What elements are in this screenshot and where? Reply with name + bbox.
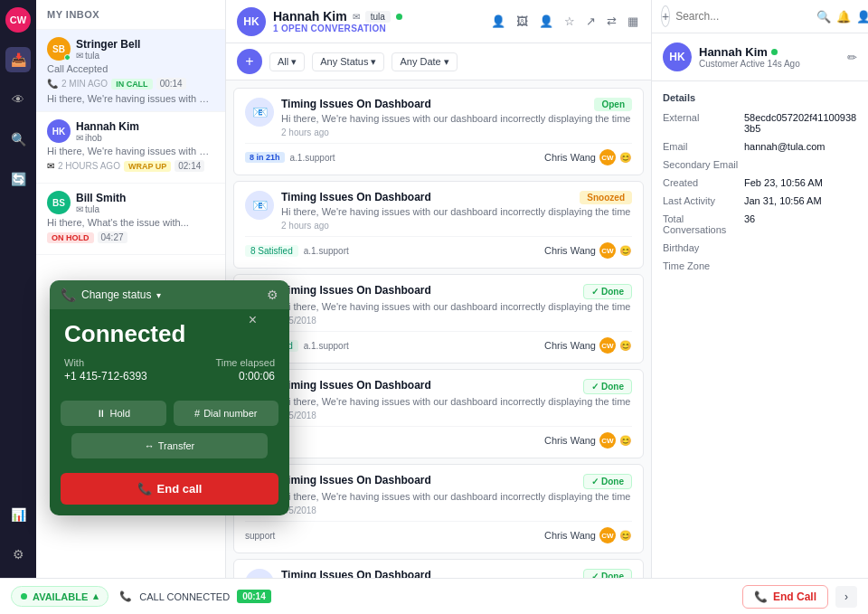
sidebar-item-inbox[interactable]: 📥 <box>5 47 31 72</box>
bottom-bar: AVAILABLE ▴ 📞 CALL CONNECTED 00:14 📞 End… <box>0 578 868 614</box>
conv-title-1: Timing Issues On Dashboard <box>281 98 431 110</box>
detail-row-email: Email hannah@tula.com <box>663 141 857 152</box>
phone-with-label: With <box>64 357 147 368</box>
status-filter[interactable]: Any Status ▾ <box>312 52 384 71</box>
sidebar: CW 📥 👁 🔍 🔄 📊 ⚙ 🌐 <box>0 0 36 614</box>
search-bar: + 🔍 🔔 👤 <box>652 0 868 33</box>
date-filter[interactable]: Any Date ▾ <box>392 52 457 71</box>
detail-row-external: External 58ecdc057202f411009383b5 <box>663 112 857 134</box>
sidebar-item-search[interactable]: 🔍 <box>5 127 31 152</box>
hold-button[interactable]: ⏸ Hold <box>61 401 166 426</box>
phone-icon: 📞 <box>61 288 76 302</box>
inbox-tag-hannah: ✉ ihob <box>76 133 139 143</box>
sidebar-logo[interactable]: CW <box>5 7 31 33</box>
conversation-item-1[interactable]: 📧 Timing Issues On Dashboard Open Hi the… <box>233 88 644 175</box>
available-dot <box>21 593 27 600</box>
phone-info: With +1 415-712-6393 Time elapsed 0:00:0… <box>50 354 289 393</box>
conv-status-2: Snoozed <box>580 191 632 204</box>
in-n-badge-1: 8 in 21h <box>245 152 285 163</box>
star-icon[interactable]: ☆ <box>562 13 577 30</box>
image-icon[interactable]: 🖼 <box>514 13 530 30</box>
forward-icon[interactable]: ↗ <box>584 13 598 30</box>
conv-assignee-3: Chris Wang CW 😊 <box>544 337 632 354</box>
inbox-item-hannah[interactable]: HK Hannah Kim ✉ ihob Hi there, We're hav… <box>36 112 225 184</box>
user-icon[interactable]: 👤 <box>537 13 555 30</box>
call-connected-info: 📞 CALL CONNECTED 00:14 <box>119 590 270 603</box>
add-conversation-button[interactable]: + <box>237 49 262 74</box>
conv-preview-2: Hi there, We're having issues with our d… <box>281 206 632 217</box>
plus-button[interactable]: + <box>661 5 670 27</box>
call-status-stringer: Call Accepted <box>47 63 214 74</box>
conv-time-1: 2 hours ago <box>281 128 329 137</box>
detail-row-secondary-email: Secondary Email <box>663 159 857 170</box>
hold-icon: ⏸ <box>96 408 106 419</box>
conv-preview-1: Hi there, We're having issues with our d… <box>281 113 632 124</box>
right-header-info: Hannah Kim Customer Active 14s Ago <box>699 45 847 69</box>
chevron-up-icon: ▴ <box>93 590 99 602</box>
conversation-header: HK Hannah Kim ✉ tula 1 OPEN CONVERSATION… <box>226 0 651 43</box>
sidebar-item-settings[interactable]: ⚙ <box>5 542 31 567</box>
conv-status-5: ✓ Done <box>583 474 632 489</box>
on-hold-badge: ON HOLD <box>47 232 94 243</box>
phone-popup-header: 📞 Change status ▾ ⚙ <box>50 280 289 309</box>
avatar-icon[interactable]: 👤 <box>489 13 507 30</box>
transfer-icon: ↔ <box>145 440 155 451</box>
inbox-item-bill[interactable]: BS Bill Smith ✉ tula Hi there, What's th… <box>36 184 225 255</box>
created-value: Feb 23, 10:56 AM <box>744 177 823 188</box>
right-contact-name: Hannah Kim <box>699 45 847 59</box>
end-call-bottom-button[interactable]: 📞 End Call <box>742 585 828 609</box>
layout-icon[interactable]: ▦ <box>626 13 640 30</box>
end-call-button[interactable]: 📞 End call <box>61 473 278 505</box>
transfer-button[interactable]: ↔ Transfer <box>71 433 268 458</box>
dial-number-button[interactable]: # Dial number <box>174 401 279 426</box>
conv-assignee-5: Chris Wang CW 😊 <box>544 527 632 543</box>
expand-button[interactable]: › <box>835 586 857 608</box>
end-call-bottom-icon: 📞 <box>754 590 768 603</box>
contact-name-stringer: Stringer Bell <box>76 38 140 51</box>
available-button[interactable]: AVAILABLE ▴ <box>11 586 108 607</box>
all-filter[interactable]: All ▾ <box>269 52 305 71</box>
in-call-badge: IN CALL <box>111 79 153 90</box>
phone-popup: 📞 Change status ▾ ⚙ × Connected With +1 … <box>50 280 289 515</box>
notification-icon[interactable]: 🔔 <box>836 10 851 24</box>
settings-icon[interactable]: ⚙ <box>267 288 278 302</box>
inbox-tag-stringer: ✉ tula <box>76 51 140 61</box>
conv-assignee-2: Chris Wang CW 😊 <box>544 242 632 259</box>
preview-hannah: Hi there, We're having issues with our d… <box>47 146 214 156</box>
conversation-item-2[interactable]: 📧 Timing Issues On Dashboard Snoozed Hi … <box>233 181 644 269</box>
email-value: hannah@tula.com <box>744 141 825 152</box>
external-value: 58ecdc057202f411009383b5 <box>744 112 857 134</box>
inbox-item-stringer[interactable]: SB Stringer Bell ✉ tula Call Accepted 📞 … <box>36 30 225 112</box>
conv-preview-5: Hi there, We're having issues with our d… <box>281 491 632 502</box>
detail-row-birthday: Birthday <box>663 242 857 253</box>
avatar-bill: BS <box>47 191 71 214</box>
conv-assignee-4: Chris Wang CW 😊 <box>544 432 632 449</box>
header-contact-name: Hannah Kim <box>273 9 347 24</box>
header-avatar: HK <box>237 7 266 36</box>
header-tag-icon: ✉ <box>353 12 360 22</box>
conversation-item-5[interactable]: 📧 Timing Issues On Dashboard ✓ Done Hi t… <box>233 464 644 553</box>
details-heading: Details <box>663 92 857 103</box>
sidebar-item-reports[interactable]: 📊 <box>5 502 31 527</box>
online-indicator <box>396 14 402 20</box>
merge-icon[interactable]: ⇄ <box>605 13 618 30</box>
close-popup-button[interactable]: × <box>249 313 257 327</box>
preview-bill: Hi there, What's the issue with... <box>47 217 214 228</box>
end-call-icon: 📞 <box>137 482 152 496</box>
conversation-list: 📧 Timing Issues On Dashboard Open Hi the… <box>226 80 651 614</box>
conversation-item-3[interactable]: 📧 Timing Issues On Dashboard ✓ Done Hi t… <box>233 274 644 364</box>
conv-label-1: a.1.support <box>290 153 335 163</box>
edit-icon[interactable]: ✏ <box>847 51 857 64</box>
search-input[interactable] <box>675 10 811 23</box>
right-panel-avatar: HK <box>663 43 692 71</box>
assignee-avatar-2: CW <box>599 242 616 259</box>
sidebar-item-refresh[interactable]: 🔄 <box>5 166 31 192</box>
conversation-item-4[interactable]: 📧 Timing Issues On Dashboard ✓ Done Hi t… <box>233 369 644 458</box>
last-activity-value: Jan 31, 10:56 AM <box>744 195 822 206</box>
phone-sm-icon: 📞 <box>119 590 132 602</box>
search-icon[interactable]: 🔍 <box>816 10 831 24</box>
sidebar-item-eye[interactable]: 👁 <box>5 87 31 112</box>
avatar-stringer: SB <box>47 37 71 61</box>
agent-icon[interactable]: 👤 <box>856 10 868 24</box>
conv-status-3: ✓ Done <box>583 284 632 299</box>
